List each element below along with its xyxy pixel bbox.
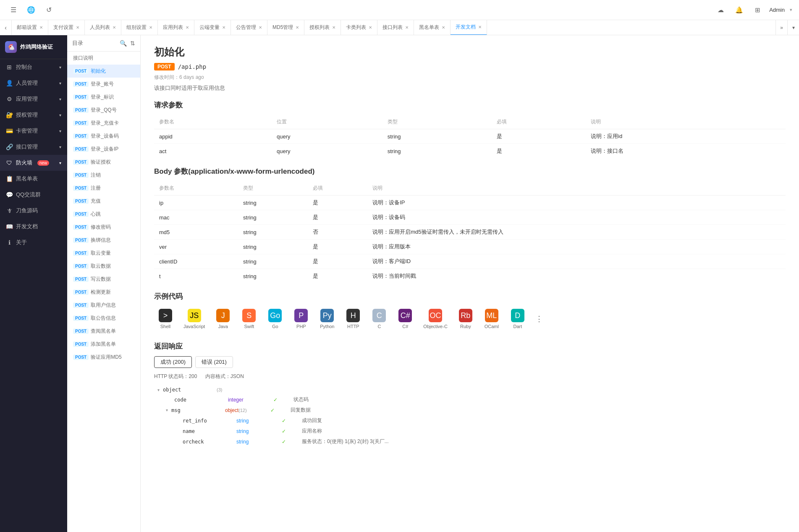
doc-item-换绑信息[interactable]: POST换绑信息 — [67, 234, 140, 247]
tab-mail[interactable]: 邮箱设置✕ — [12, 20, 48, 35]
doc-sort-icon[interactable]: ⇅ — [130, 40, 135, 47]
api-path: /api.php — [178, 63, 206, 70]
tab-close[interactable]: ✕ — [369, 25, 372, 30]
tab-cloud[interactable]: 云端变量✕ — [194, 20, 231, 35]
layout-icon[interactable]: ⊞ — [751, 3, 764, 17]
menu-label: 接口管理 — [16, 143, 38, 151]
resp-tab-成功 (200)[interactable]: 成功 (200) — [154, 356, 192, 368]
col-required: 必填 — [492, 115, 586, 129]
menu-icon[interactable]: ☰ — [7, 3, 20, 17]
code-tab-csharp[interactable]: C#C# — [394, 306, 417, 331]
doc-item-充值[interactable]: POST充值 — [67, 195, 140, 208]
request-params-title: 请求参数 — [154, 100, 786, 110]
code-tab-go[interactable]: GoGo — [264, 306, 286, 331]
code-tab-dart[interactable]: DDart — [506, 306, 529, 331]
sidebar-item-cards[interactable]: 💳卡密管理▾ — [0, 123, 67, 139]
code-tab-more-btn[interactable]: ⋮ — [532, 312, 546, 326]
doc-item-验证应用MD5[interactable]: POST验证应用MD5 — [67, 351, 140, 364]
tab-close[interactable]: ✕ — [149, 25, 152, 30]
tab-docs[interactable]: 开发文档✕ — [451, 20, 487, 35]
doc-item-取云变量[interactable]: POST取云变量 — [67, 247, 140, 260]
tab-close[interactable]: ✕ — [39, 25, 43, 30]
tab-api[interactable]: 接口列表✕ — [377, 20, 414, 35]
tab-expand-btn[interactable]: ▾ — [787, 20, 799, 35]
doc-item-注销[interactable]: POST注销 — [67, 169, 140, 182]
table-row: clientIDstring是说明：客户端ID — [154, 254, 786, 269]
doc-item-检测更新[interactable]: POST检测更新 — [67, 286, 140, 299]
tab-more-btn[interactable]: » — [775, 20, 787, 35]
doc-item-登录_设备IP[interactable]: POST登录_设备IP — [67, 143, 140, 156]
code-tab-http[interactable]: HHTTP — [342, 306, 364, 331]
cloud-icon[interactable]: ☁ — [714, 3, 727, 17]
sidebar-item-about[interactable]: ℹ关于 — [0, 235, 67, 250]
refresh-icon[interactable]: ↺ — [42, 3, 55, 17]
tab-close[interactable]: ✕ — [442, 25, 445, 30]
tab-close[interactable]: ✕ — [113, 25, 116, 30]
resp-tab-错误 (201)[interactable]: 错误 (201) — [195, 356, 233, 368]
sidebar-item-api-mgr[interactable]: 🔗接口管理▾ — [0, 139, 67, 155]
code-tab-shell[interactable]: >Shell — [154, 306, 177, 331]
doc-item-登录_充值卡[interactable]: POST登录_充值卡 — [67, 117, 140, 130]
tab-back-btn[interactable]: ‹ — [0, 20, 12, 35]
sidebar-item-auth[interactable]: 🔐授权管理▾ — [0, 107, 67, 123]
doc-item-登录_设备码[interactable]: POST登录_设备码 — [67, 130, 140, 143]
toggle-icon[interactable]: ▾ — [166, 408, 168, 412]
sidebar-item-apps[interactable]: ⚙应用管理▾ — [0, 91, 67, 107]
table-row: md5string否说明：应用开启md5验证时需传入，未开启时无需传入 — [154, 225, 786, 240]
tab-notice[interactable]: 公告管理✕ — [231, 20, 267, 35]
sidebar-item-devdocs[interactable]: 📖开发文档 — [0, 219, 67, 235]
globe-icon[interactable]: 🌐 — [24, 3, 38, 17]
logo-icon: 🐔 — [5, 41, 17, 53]
tab-close[interactable]: ✕ — [222, 25, 225, 30]
tab-blacklist[interactable]: 黑名单表✕ — [414, 20, 451, 35]
sidebar-item-blacklist[interactable]: 📋黑名单表 — [0, 171, 67, 187]
sidebar-item-qq[interactable]: 💬QQ交流群 — [0, 187, 67, 203]
tab-apps[interactable]: 应用列表✕ — [158, 20, 194, 35]
tab-close[interactable]: ✕ — [259, 25, 262, 30]
doc-item-登录_QQ号[interactable]: POST登录_QQ号 — [67, 104, 140, 117]
tab-close[interactable]: ✕ — [186, 25, 189, 30]
sidebar-item-users[interactable]: 👤人员管理▾ — [0, 75, 67, 91]
code-tab-ocaml[interactable]: MLOCaml — [480, 306, 503, 331]
doc-item-修改密码[interactable]: POST修改密码 — [67, 221, 140, 234]
doc-item-心跳[interactable]: POST心跳 — [67, 208, 140, 221]
tab-md5[interactable]: MD5管理✕ — [267, 20, 304, 35]
tab-close[interactable]: ✕ — [76, 25, 79, 30]
code-tab-c[interactable]: CC — [368, 306, 390, 331]
code-tab-ruby[interactable]: RbRuby — [454, 306, 477, 331]
admin-label[interactable]: Admin — [769, 7, 785, 13]
doc-item-查阅黑名单[interactable]: POST查阅黑名单 — [67, 325, 140, 338]
code-tab-java[interactable]: JJava — [212, 306, 234, 331]
tab-auth[interactable]: 授权列表✕ — [304, 20, 341, 35]
doc-item-验证授权[interactable]: POST验证授权 — [67, 156, 140, 169]
code-tab-php[interactable]: PPHP — [290, 306, 312, 331]
tab-close[interactable]: ✕ — [332, 25, 335, 30]
sidebar-item-knife[interactable]: 🗡刀鱼源码 — [0, 203, 67, 219]
bell-icon[interactable]: 🔔 — [732, 3, 746, 17]
code-tab-objc[interactable]: OCObjective-C — [420, 306, 451, 331]
code-tab-javascript[interactable]: JSJavaScript — [180, 306, 208, 331]
tab-group[interactable]: 组别设置✕ — [121, 20, 158, 35]
doc-item-添加黑名单[interactable]: POST添加黑名单 — [67, 338, 140, 351]
sidebar-item-dashboard[interactable]: ⊞控制台▾ — [0, 59, 67, 75]
sidebar-item-firewall[interactable]: 🛡防火墙new▾ — [0, 155, 67, 171]
tab-users[interactable]: 人员列表✕ — [85, 20, 121, 35]
doc-item-初始化[interactable]: POST初始化 — [67, 65, 140, 78]
doc-item-注册[interactable]: POST注册 — [67, 182, 140, 195]
doc-item-登录_标识[interactable]: POST登录_标识 — [67, 91, 140, 104]
tab-close[interactable]: ✕ — [296, 25, 299, 30]
doc-item-取公告信息[interactable]: POST取公告信息 — [67, 312, 140, 325]
doc-item-取用户信息[interactable]: POST取用户信息 — [67, 299, 140, 312]
code-tab-python[interactable]: PyPython — [316, 306, 338, 331]
field-name: code — [174, 397, 225, 403]
toggle-icon[interactable]: ▾ — [157, 388, 160, 392]
doc-item-登录_账号[interactable]: POST登录_账号 — [67, 78, 140, 91]
doc-item-写云数据[interactable]: POST写云数据 — [67, 273, 140, 286]
tab-close[interactable]: ✕ — [405, 25, 409, 30]
tab-cards[interactable]: 卡类列表✕ — [341, 20, 377, 35]
doc-search-icon[interactable]: 🔍 — [120, 40, 127, 47]
tab-payment[interactable]: 支付设置✕ — [48, 20, 85, 35]
doc-item-取云数据[interactable]: POST取云数据 — [67, 260, 140, 273]
tab-close[interactable]: ✕ — [478, 25, 482, 29]
code-tab-swift[interactable]: SSwift — [238, 306, 260, 331]
